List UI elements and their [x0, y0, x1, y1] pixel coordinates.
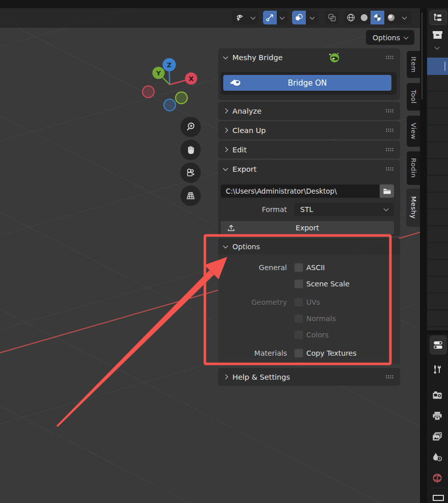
chevron-down-icon: [280, 14, 285, 19]
chevron-down-icon: [404, 34, 409, 39]
tab-rodin[interactable]: Rodin: [407, 151, 420, 185]
chevron-down-icon: [384, 206, 389, 211]
gizmo-icon: [265, 13, 275, 22]
help-settings-header[interactable]: Help & Settings: [218, 368, 400, 386]
region-scrollbar[interactable]: [421, 13, 423, 99]
window-top-bar: [0, 0, 448, 8]
analyze-header[interactable]: Analyze: [218, 102, 400, 120]
world-globe-icon: [432, 472, 443, 484]
xray-icon: [327, 13, 337, 22]
outliner-region: [427, 8, 448, 330]
show-gizmos-button[interactable]: [263, 11, 277, 24]
folder-icon: [383, 188, 391, 195]
group-label: Geometry: [218, 298, 287, 306]
ascii-checkbox[interactable]: [294, 263, 303, 272]
object-visibility-dropdown[interactable]: [248, 11, 258, 24]
outliner-rows: [427, 75, 448, 330]
panel-drag-handle[interactable]: [386, 167, 394, 171]
output-properties-tab[interactable]: [432, 411, 443, 422]
annotation-arrow-shaft: [57, 270, 214, 427]
blender-window: Options Z Y X: [0, 0, 448, 503]
toggle-xray-button[interactable]: [325, 11, 339, 24]
expand-chevron-icon[interactable]: [435, 45, 440, 50]
collection-properties-tab[interactable]: [433, 495, 444, 501]
clean-up-header[interactable]: Clean Up: [218, 121, 400, 139]
scene-scale-checkbox[interactable]: [294, 279, 303, 288]
tab-meshy[interactable]: Meshy: [406, 189, 421, 227]
magnifier-plus-icon: [185, 121, 196, 133]
shading-dropdown[interactable]: [398, 11, 411, 24]
properties-region: [427, 334, 448, 503]
tab-separator: [430, 488, 445, 488]
world-properties-tab[interactable]: [432, 472, 443, 484]
blender-logo-icon: [229, 77, 242, 88]
copy-textures-checkbox[interactable]: [294, 349, 303, 358]
svg-text:Z: Z: [167, 61, 171, 69]
uvs-checkbox: [294, 298, 303, 307]
browse-folder-button[interactable]: [380, 184, 394, 198]
panel-title: Options: [232, 243, 260, 251]
edit-header[interactable]: Edit: [218, 141, 400, 158]
gizmos-dropdown[interactable]: [277, 11, 287, 24]
panel-drag-handle[interactable]: [386, 148, 394, 152]
chevron-down-icon: [223, 243, 228, 248]
bridge-on-button[interactable]: Bridge ON: [223, 75, 391, 91]
panel-drag-handle[interactable]: [386, 109, 394, 113]
viewport-options-button[interactable]: Options: [366, 30, 414, 45]
overlays-dropdown[interactable]: [306, 11, 319, 24]
viewport-header: [0, 8, 421, 28]
tool-properties-tab[interactable]: [432, 364, 443, 375]
meshy-bridge-panel: Meshy Bridge Bridge ON: [218, 48, 400, 100]
image-stack-icon: [432, 431, 443, 442]
gizmo-negz-handle[interactable]: [164, 99, 176, 111]
tab-tool[interactable]: Tool: [407, 83, 420, 111]
export-button[interactable]: Export: [221, 221, 394, 234]
scene-icon: [432, 452, 443, 463]
shading-material-button[interactable]: [371, 11, 384, 24]
toggle-perspective-button[interactable]: [180, 186, 201, 206]
group-label: Materials: [218, 349, 287, 357]
checkbox-label: UVs: [306, 298, 320, 306]
panel-title: Analyze: [232, 107, 261, 115]
format-dropdown[interactable]: STL: [294, 203, 394, 216]
gizmo-negx-handle[interactable]: [143, 86, 154, 98]
panel-drag-handle[interactable]: [386, 128, 394, 133]
outliner-selected-row[interactable]: [427, 58, 448, 75]
outliner-editor-type-button[interactable]: [430, 10, 447, 25]
camera-view-button[interactable]: [180, 163, 201, 183]
panel-edit: Edit: [218, 141, 400, 158]
text-cursor: [444, 62, 445, 71]
printer-icon: [432, 411, 443, 422]
render-properties-tab[interactable]: [432, 390, 443, 401]
shading-rendered-button[interactable]: [384, 11, 398, 24]
view-layer-properties-tab[interactable]: [432, 431, 443, 442]
pan-tool-button[interactable]: [180, 140, 201, 160]
export-path-field[interactable]: C:\Users\Administrator\Desktop\: [221, 184, 380, 198]
gizmos-group: [263, 11, 287, 24]
format-label: Format: [218, 205, 287, 214]
rendered-sphere-icon: [386, 13, 396, 22]
shading-wireframe-button[interactable]: [344, 11, 357, 24]
collection-item[interactable]: [432, 30, 443, 42]
options-header[interactable]: Options: [218, 238, 400, 255]
zoom-tool-button[interactable]: [180, 117, 201, 137]
export-header[interactable]: Export: [218, 160, 400, 178]
panel-options: Options General ASCII Scene Scale Geomet…: [218, 238, 400, 364]
tool-icon: [432, 364, 443, 375]
overlays-group: [292, 11, 319, 24]
wireframe-sphere-icon: [346, 13, 356, 22]
gizmo-negy-handle[interactable]: [176, 92, 188, 104]
show-overlays-button[interactable]: [292, 11, 306, 24]
properties-editor-type-button[interactable]: [430, 335, 447, 355]
meshy-logo-icon: [328, 51, 340, 64]
hand-icon: [185, 144, 196, 155]
panel-drag-handle[interactable]: [386, 56, 394, 60]
tab-item[interactable]: Item: [407, 51, 420, 78]
panel-drag-handle[interactable]: [386, 375, 394, 379]
object-visibility-button[interactable]: [232, 11, 248, 24]
tab-view[interactable]: View: [407, 116, 420, 147]
meshy-bridge-header[interactable]: Meshy Bridge: [218, 48, 400, 66]
navigation-gizmo[interactable]: Z Y X: [139, 52, 205, 116]
scene-properties-tab[interactable]: [432, 452, 443, 463]
shading-solid-button[interactable]: [357, 11, 371, 24]
